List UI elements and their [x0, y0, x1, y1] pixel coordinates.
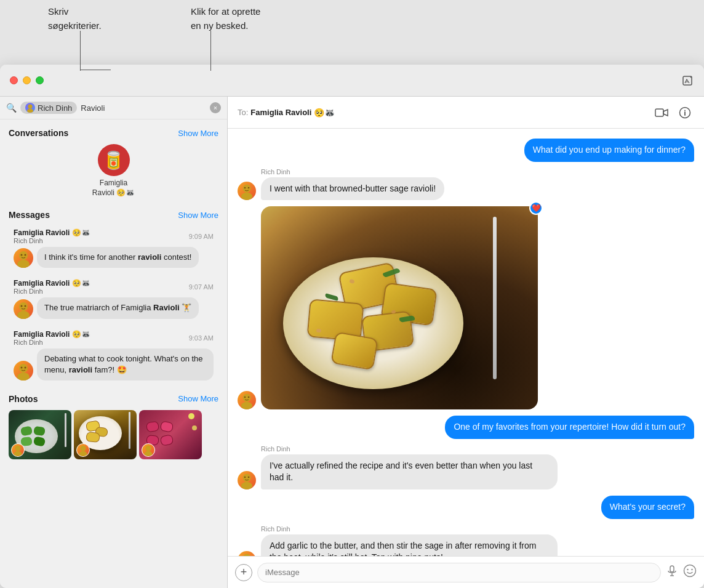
svg-point-12: [17, 373, 30, 381]
svg-point-1: [28, 105, 33, 109]
photos-grid: [0, 406, 227, 463]
svg-rect-40: [670, 566, 674, 572]
chat-msg-3: ❤️: [238, 206, 694, 409]
search-input[interactable]: Ravioli: [81, 103, 206, 113]
compose-button[interactable]: [678, 71, 697, 90]
svg-point-42: [687, 569, 688, 570]
photo-badge-3: [142, 443, 155, 457]
chat-to-label: To:: [238, 108, 248, 117]
chat-msg-2-wrapper: Rich Dinh I went with that browned-b: [238, 168, 694, 201]
chat-msg-6: What's your secret?: [238, 496, 694, 519]
svg-point-18: [79, 451, 87, 457]
chat-to-emoji: 🥺🦝: [314, 108, 335, 118]
title-bar: [0, 65, 704, 97]
svg-point-32: [243, 473, 251, 481]
photo-thumb-3[interactable]: [139, 410, 202, 459]
chat-msg-1: What did you end up making for dinner?: [238, 139, 694, 162]
chat-msg-4: One of my favorites from your repertoire…: [238, 416, 694, 439]
svg-rect-21: [655, 109, 663, 116]
msg-item-header-1: Famiglia Ravioli 🥺🦝 Rich Dinh 9:09 AM: [14, 228, 214, 244]
svg-point-33: [241, 481, 252, 489]
svg-point-7: [19, 302, 28, 311]
main-content: 🔍 Rich Dinh Ravioli ×: [0, 97, 704, 588]
msg-avatar-1: [14, 248, 33, 268]
svg-point-24: [243, 185, 251, 193]
close-button[interactable]: [10, 76, 18, 84]
msg-item-header-3: Famiglia Ravioli 🥺🦝 Rich Dinh 9:03 AM: [14, 330, 214, 346]
chat-photo-bubble: ❤️: [261, 206, 538, 409]
chat-bubble-in-5: I've actually refined the recipe and it'…: [261, 454, 558, 489]
app-window: 🔍 Rich Dinh Ravioli ×: [0, 65, 704, 588]
minimize-button[interactable]: [23, 76, 31, 84]
message-result-3[interactable]: Famiglia Ravioli 🥺🦝 Rich Dinh 9:03 AM: [5, 325, 222, 385]
chat-input-bar: +: [228, 556, 704, 588]
chat-bubble-in-7: Add garlic to the butter, and then stir …: [261, 534, 558, 556]
photo-thumb-1[interactable]: [9, 410, 71, 459]
chat-avatar-7: [238, 551, 256, 556]
photo-fork: [493, 217, 497, 379]
svg-point-19: [145, 446, 151, 451]
conversation-item-famiglia[interactable]: 🥫 FamigliaRavioli 🥺🦝: [0, 140, 227, 201]
food-photo: [261, 206, 538, 409]
video-call-button[interactable]: [652, 103, 671, 122]
svg-point-10: [25, 305, 26, 307]
messages-show-more[interactable]: Show More: [178, 211, 218, 220]
svg-point-11: [19, 364, 28, 373]
search-icon: 🔍: [6, 103, 17, 113]
msg-name-group-2: Famiglia Ravioli 🥺🦝 Rich Dinh: [14, 279, 90, 295]
reaction-badge: ❤️: [529, 201, 543, 215]
msg-avatar-3: [14, 361, 33, 381]
traffic-lights: [0, 76, 54, 84]
svg-point-27: [248, 187, 250, 189]
svg-point-41: [684, 565, 696, 577]
chat-photo: [261, 206, 538, 409]
emoji-button[interactable]: [683, 564, 697, 581]
svg-point-17: [80, 446, 86, 451]
msg-bubble-2: The true matriarch of Famiglia Ravioli 🏋: [37, 297, 199, 318]
msg-name-group-1: Famiglia Ravioli 🥺🦝 Rich Dinh: [14, 228, 90, 244]
svg-point-28: [243, 394, 251, 402]
conversations-header: Conversations Show More: [0, 124, 227, 140]
search-tag-avatar: [25, 103, 35, 113]
svg-point-4: [17, 260, 30, 268]
msg-bubble-1: I think it's time for another ravioli co…: [37, 247, 199, 268]
photo-badge-2: [76, 443, 90, 457]
message-input[interactable]: [257, 563, 661, 582]
chat-bubble-out-1: What did you end up making for dinner?: [524, 139, 694, 162]
add-attachment-button[interactable]: +: [235, 564, 252, 581]
photos-show-more[interactable]: Show More: [178, 394, 218, 403]
fullscreen-button[interactable]: [36, 76, 44, 84]
svg-point-31: [248, 397, 250, 398]
search-clear-button[interactable]: ×: [210, 102, 221, 113]
photo-badge-1: [11, 443, 25, 457]
conversations-show-more[interactable]: Show More: [178, 129, 218, 138]
svg-point-9: [21, 305, 23, 307]
msg-item-header-2: Famiglia Ravioli 🥺🦝 Rich Dinh 9:07 AM: [14, 279, 214, 295]
chat-avatar-3: [238, 391, 256, 409]
svg-point-5: [21, 254, 23, 256]
message-result-2[interactable]: Famiglia Ravioli 🥺🦝 Rich Dinh 9:07 AM: [5, 274, 222, 323]
svg-point-30: [244, 397, 246, 398]
voice-input-button[interactable]: [666, 565, 678, 580]
chat-sender-name-5: Rich Dinh: [261, 445, 694, 453]
chat-msg-3-wrapper: ❤️: [238, 206, 694, 409]
photo-thumb-2[interactable]: [74, 410, 137, 459]
chat-panel: To: Famiglia Ravioli 🥺🦝: [228, 97, 704, 588]
photos-title: Photos: [9, 394, 38, 404]
photos-header: Photos Show More: [0, 390, 227, 406]
search-tag-label: Rich Dinh: [38, 103, 72, 113]
chat-msg-5-wrapper: Rich Dinh I've actually refined the: [238, 445, 694, 489]
msg-bubble-3: Debating what to cook tonight. What's on…: [37, 348, 214, 381]
info-button[interactable]: [676, 103, 694, 122]
svg-point-20: [145, 451, 153, 457]
msg-name-group-3: Famiglia Ravioli 🥺🦝 Rich Dinh: [14, 330, 90, 346]
search-tag[interactable]: Rich Dinh: [20, 102, 77, 114]
svg-point-14: [25, 366, 26, 368]
sidebar-scroll: Conversations Show More 🥫 FamigliaRaviol…: [0, 119, 227, 588]
chat-sender-name-2: Rich Dinh: [261, 168, 694, 175]
svg-point-35: [248, 477, 250, 478]
svg-point-15: [15, 446, 20, 451]
chat-bubble-out-6: What's your secret?: [601, 496, 694, 519]
message-result-1[interactable]: Famiglia Ravioli 🥺🦝 Rich Dinh 9:09 AM: [5, 224, 222, 273]
svg-point-23: [684, 110, 686, 111]
